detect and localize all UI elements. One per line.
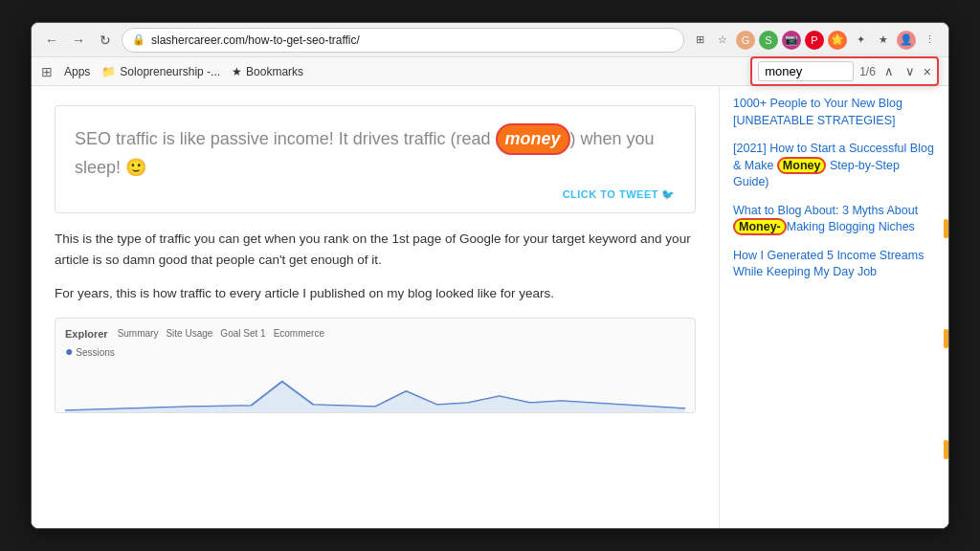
scroll-indicator-1 — [944, 219, 948, 238]
profile-icon[interactable]: G — [736, 31, 755, 50]
sidebar: 1000+ People to Your New Blog [UNBEATABL… — [719, 86, 948, 528]
money-highlight-quote: money — [496, 123, 570, 155]
content-area: SEO traffic is like passive income! It d… — [32, 86, 948, 528]
analytics-header: Explorer Summary Site Usage Goal Set 1 E… — [65, 328, 685, 340]
main-content: SEO traffic is like passive income! It d… — [32, 86, 719, 528]
analytics-chart — [65, 363, 685, 413]
analytics-title: Explorer — [65, 328, 108, 340]
sidebar-link-1[interactable]: 1000+ People to Your New Blog [UNBEATABL… — [733, 96, 935, 129]
body-paragraph-1: This is the type of traffic you can get … — [55, 229, 696, 270]
click-to-tweet[interactable]: CLICK TO TWEET 🐦 — [75, 188, 676, 201]
sidebar-link-4[interactable]: How I Generated 5 Income Streams While K… — [733, 248, 935, 281]
bookmark-star-icon[interactable]: ☆ — [713, 31, 732, 50]
bookmarks-bar: ⊞ Apps 📁 Solopreneurship -... ★ Bookmark… — [32, 57, 948, 86]
quote-text-before: SEO traffic is like passive income! It d… — [75, 129, 491, 148]
find-bar: 1/6 ∧ ∨ × — [750, 56, 939, 86]
scroll-indicator-2 — [944, 329, 948, 348]
misc-icon2[interactable]: ✦ — [851, 31, 870, 50]
apps-grid-icon: ⊞ — [41, 64, 53, 79]
find-input[interactable] — [758, 61, 854, 81]
misc-icon1[interactable]: 🌟 — [828, 31, 847, 50]
toolbar-icons: ⊞ ☆ G S 📷 P 🌟 ✦ ★ 👤 ⋮ — [690, 31, 939, 50]
scroll-indicator-3 — [944, 440, 948, 459]
sidebar-link-3[interactable]: What to Blog About: 3 Myths About Money-… — [733, 203, 935, 236]
url-text: slashercareer.com/how-to-get-seo-traffic… — [151, 33, 674, 47]
title-bar: ← → ↻ 🔒 slashercareer.com/how-to-get-seo… — [32, 23, 948, 57]
refresh-button[interactable]: ↻ — [95, 30, 116, 51]
money-badge-1: Money — [777, 157, 827, 174]
find-close-button[interactable]: × — [924, 64, 931, 79]
analytics-box: Explorer Summary Site Usage Goal Set 1 E… — [55, 318, 696, 413]
lock-icon: 🔒 — [132, 33, 145, 46]
bookmarks-bookmark[interactable]: ★ Bookmarks — [232, 65, 303, 78]
pinterest-icon[interactable]: P — [805, 31, 824, 50]
analytics-tabs: Summary Site Usage Goal Set 1 Ecommerce — [118, 328, 324, 339]
sessions-label: ● Sessions — [65, 343, 685, 359]
address-bar[interactable]: 🔒 slashercareer.com/how-to-get-seo-traff… — [122, 28, 684, 53]
instagram-icon[interactable]: 📷 — [782, 31, 801, 50]
quote-text: SEO traffic is like passive income! It d… — [75, 123, 676, 181]
menu-icon[interactable]: ⋮ — [920, 31, 939, 50]
forward-button[interactable]: → — [68, 30, 89, 51]
analytics-tab-siteusage[interactable]: Site Usage — [166, 328, 212, 339]
apps-label[interactable]: Apps — [64, 65, 90, 78]
quote-box: SEO traffic is like passive income! It d… — [55, 105, 696, 213]
solopreneurship-bookmark[interactable]: 📁 Solopreneurship -... — [101, 65, 220, 78]
find-next-button[interactable]: ∨ — [902, 63, 918, 79]
find-count: 1/6 — [859, 65, 876, 78]
body-paragraph-2: For years, this is how traffic to every … — [55, 283, 696, 304]
shield-icon[interactable]: S — [759, 31, 778, 50]
money-badge-2: Money- — [733, 218, 787, 235]
back-button[interactable]: ← — [41, 30, 62, 51]
sidebar-link-2[interactable]: [2021] How to Start a Successful Blog & … — [733, 141, 935, 191]
extensions-icon[interactable]: ⊞ — [690, 31, 709, 50]
misc-icon3[interactable]: ★ — [874, 31, 893, 50]
analytics-tab-summary[interactable]: Summary — [118, 328, 159, 339]
avatar-icon[interactable]: 👤 — [897, 31, 916, 50]
find-prev-button[interactable]: ∧ — [881, 63, 897, 79]
analytics-tab-ecommerce[interactable]: Ecommerce — [274, 328, 324, 339]
analytics-tab-goalset[interactable]: Goal Set 1 — [220, 328, 265, 339]
